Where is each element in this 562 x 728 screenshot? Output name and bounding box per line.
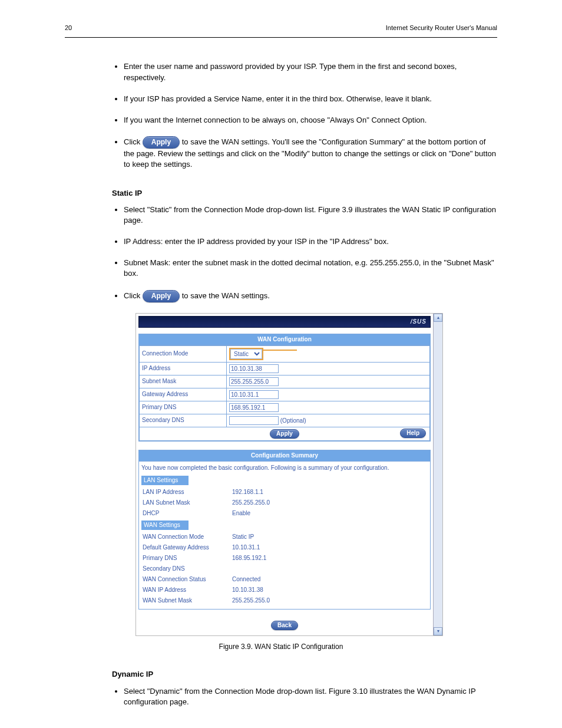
config-summary-panel: Configuration Summary You have now compl… xyxy=(138,450,431,610)
wan-mask-value: 255.255.255.0 xyxy=(232,596,427,605)
secondary-dns-input[interactable] xyxy=(229,416,279,425)
label-gateway: Gateway Address xyxy=(140,388,227,401)
asus-logo: /SUS xyxy=(411,318,427,326)
gateway-input[interactable] xyxy=(229,390,279,399)
page-number: 20 xyxy=(65,24,72,32)
figure-wan-static: /SUS WAN Configuration Connection Mode xyxy=(135,313,443,636)
ip-address-input[interactable] xyxy=(229,364,279,373)
apply-button[interactable]: Apply xyxy=(143,290,180,302)
bullet-service-name: If your ISP has provided a Service Name,… xyxy=(124,94,497,104)
wan-summary-table: WAN Connection ModeStatic IP Default Gat… xyxy=(141,531,428,607)
apply-button[interactable]: Apply xyxy=(270,429,299,439)
wan-ip-value: 10.10.31.38 xyxy=(232,585,427,595)
lan-settings-head: LAN Settings xyxy=(141,476,189,485)
dynamic-steps-list: Select "Dynamic" from the Connection Mod… xyxy=(65,686,497,707)
bullet-username: Enter the user name and password provide… xyxy=(124,61,497,83)
scrollbar[interactable]: ▴ ▾ xyxy=(433,314,442,635)
lan-mask-value: 255.255.255.0 xyxy=(232,498,427,508)
scroll-up-icon[interactable]: ▴ xyxy=(434,314,442,322)
section-dynamic-ip: Dynamic IP xyxy=(112,669,497,680)
scroll-down-icon[interactable]: ▾ xyxy=(434,627,442,635)
label-subnet-mask: Subnet Mask xyxy=(140,375,227,388)
highlight-line xyxy=(263,350,297,351)
back-button[interactable]: Back xyxy=(271,621,298,630)
help-button[interactable]: Help xyxy=(400,429,426,438)
bullet-select-static: Select "Static" from the Connection Mode… xyxy=(124,205,497,226)
bullet-click-apply-static: Click Apply to save the WAN settings. xyxy=(124,290,497,302)
scroll-track[interactable] xyxy=(434,322,442,627)
wan-form-table: Connection Mode Static xyxy=(139,345,430,427)
optional-note: (Optional) xyxy=(280,417,306,424)
wan-settings-head: WAN Settings xyxy=(141,521,189,530)
wan-mode-value: Static IP xyxy=(232,532,427,542)
wan-pdns-value: 168.95.192.1 xyxy=(232,554,427,563)
page-header: 20 Internet Security Router User's Manua… xyxy=(65,24,497,38)
wan-sdns-value xyxy=(232,564,427,574)
label-primary-dns: Primary DNS xyxy=(140,401,227,414)
wan-config-panel: WAN Configuration Connection Mode Static xyxy=(138,334,431,442)
highlight-box: Static xyxy=(229,348,263,360)
apply-button[interactable]: Apply xyxy=(143,136,180,149)
static-steps-list: Select "Static" from the Connection Mode… xyxy=(65,205,497,302)
wan-config-title: WAN Configuration xyxy=(139,334,430,345)
label-ip-address: IP Address xyxy=(140,362,227,375)
dhcp-value: Enable xyxy=(232,509,427,518)
connection-mode-select[interactable]: Static xyxy=(230,349,262,359)
brand-bar: /SUS xyxy=(138,316,431,328)
section-static-ip: Static IP xyxy=(112,188,497,199)
bullet-ip-address: IP Address: enter the IP address provide… xyxy=(124,236,497,247)
wan-status-value: Connected xyxy=(232,575,427,584)
document-title: Internet Security Router User's Manual xyxy=(386,24,497,32)
lan-summary-table: LAN IP Address192.168.1.1 LAN Subnet Mas… xyxy=(141,486,428,519)
label-connection-mode: Connection Mode xyxy=(140,345,227,362)
ppp-steps-list: Enter the user name and password provide… xyxy=(65,61,497,170)
summary-intro: You have now completed the basic configu… xyxy=(141,464,428,472)
summary-title: Configuration Summary xyxy=(139,450,430,462)
bullet-click-apply: Click Apply to save the WAN settings. Yo… xyxy=(124,136,497,170)
primary-dns-input[interactable] xyxy=(229,403,279,412)
wan-gw-value: 10.10.31.1 xyxy=(232,543,427,552)
lan-ip-value: 192.168.1.1 xyxy=(232,487,427,497)
subnet-mask-input[interactable] xyxy=(229,377,279,386)
bullet-select-dynamic: Select "Dynamic" from the Connection Mod… xyxy=(124,686,497,707)
bullet-always-on: If you want the Internet connection to b… xyxy=(124,115,497,126)
figure-caption: Figure 3.9. WAN Static IP Configuration xyxy=(65,642,497,652)
label-secondary-dns: Secondary DNS xyxy=(140,414,227,427)
bullet-subnet-mask: Subnet Mask: enter the subnet mask in th… xyxy=(124,258,497,279)
